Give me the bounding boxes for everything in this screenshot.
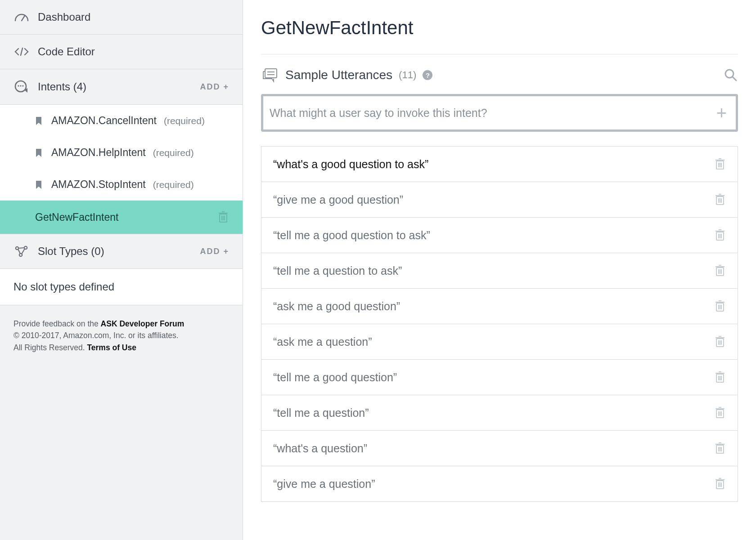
intent-name: AMAZON.CancelIntent xyxy=(51,115,157,127)
bookmark-icon xyxy=(35,148,44,157)
svg-rect-36 xyxy=(265,69,277,78)
delete-utterance-button[interactable] xyxy=(714,264,726,277)
sidebar-section-label: Intents (4) xyxy=(38,80,192,93)
delete-utterance-button[interactable] xyxy=(714,228,726,242)
intent-list: AMAZON.CancelIntent (required)AMAZON.Hel… xyxy=(0,105,243,234)
sidebar-item-code-editor[interactable]: Code Editor xyxy=(0,35,243,69)
svg-point-4 xyxy=(20,85,21,86)
gauge-icon xyxy=(14,12,30,22)
sidebar-item-label: Code Editor xyxy=(38,45,229,58)
sidebar-section-intents[interactable]: Intents (4) ADD + xyxy=(0,69,243,105)
utterance-text: “give me a good question” xyxy=(273,193,403,206)
delete-utterance-button[interactable] xyxy=(714,193,726,206)
utterance-row[interactable]: “tell me a good question” xyxy=(261,360,738,395)
utterance-row[interactable]: “ask me a good question” xyxy=(261,289,738,324)
footer-rights: All Rights Reserved. xyxy=(14,343,87,352)
footer-feedback-text: Provide feedback on the xyxy=(14,319,101,328)
utterance-text: “ask me a question” xyxy=(273,335,372,348)
svg-line-1 xyxy=(21,48,22,55)
utterance-row[interactable]: “ask me a question” xyxy=(261,324,738,360)
slot-types-icon xyxy=(14,245,30,258)
footer-terms-link[interactable]: Terms of Use xyxy=(87,343,136,352)
svg-point-3 xyxy=(18,85,19,86)
sidebar-item-dashboard[interactable]: Dashboard xyxy=(0,0,243,35)
utterance-row[interactable]: “what's a good question to ask” xyxy=(261,147,738,182)
utterance-text: “tell me a good question to ask” xyxy=(273,229,430,242)
intent-row[interactable]: AMAZON.HelpIntent (required) xyxy=(0,137,243,169)
sidebar: Dashboard Code Editor Intents (4) ADD + … xyxy=(0,0,243,540)
utterance-text: “ask me a good question” xyxy=(273,300,400,313)
speech-head-icon xyxy=(14,80,30,94)
sidebar-section-label: Slot Types (0) xyxy=(38,245,192,258)
trash-icon[interactable] xyxy=(217,210,229,224)
chat-lines-icon xyxy=(261,67,279,83)
intent-row[interactable]: AMAZON.CancelIntent (required) xyxy=(0,105,243,137)
delete-utterance-button[interactable] xyxy=(714,406,726,420)
svg-line-40 xyxy=(733,77,736,80)
utterances-heading: Sample Utterances xyxy=(285,68,392,82)
svg-line-34 xyxy=(22,249,25,254)
utterances-section-header: Sample Utterances (11) ? xyxy=(261,67,738,83)
sidebar-section-slot-types[interactable]: Slot Types (0) ADD + xyxy=(0,234,243,269)
slot-types-empty-message: No slot types defined xyxy=(0,269,243,305)
svg-line-35 xyxy=(18,248,24,248)
utterance-text: “tell me a question to ask” xyxy=(273,264,402,277)
sidebar-footer: Provide feedback on the ASK Developer Fo… xyxy=(0,305,243,366)
utterance-row[interactable]: “give me a good question” xyxy=(261,182,738,218)
intent-required-label: (required) xyxy=(153,147,194,158)
svg-line-0 xyxy=(22,16,25,21)
utterance-row[interactable]: “tell me a question to ask” xyxy=(261,253,738,289)
intent-required-label: (required) xyxy=(153,179,194,190)
utterance-text: “tell me a question” xyxy=(273,406,369,420)
utterance-row[interactable]: “what's a question” xyxy=(261,431,738,466)
add-intent-button[interactable]: ADD + xyxy=(200,82,229,92)
svg-line-33 xyxy=(18,249,20,254)
code-icon xyxy=(14,47,30,57)
utterance-row[interactable]: “give me a question” xyxy=(261,466,738,501)
search-icon[interactable] xyxy=(724,68,738,82)
delete-utterance-button[interactable] xyxy=(714,477,726,491)
help-icon[interactable]: ? xyxy=(423,70,432,80)
delete-utterance-button[interactable] xyxy=(714,335,726,348)
utterance-input-container: + xyxy=(261,94,738,132)
delete-utterance-button[interactable] xyxy=(714,299,726,313)
intent-name: AMAZON.HelpIntent xyxy=(51,147,146,159)
utterance-text: “tell me a good question” xyxy=(273,371,397,384)
add-slot-type-button[interactable]: ADD + xyxy=(200,247,229,256)
delete-utterance-button[interactable] xyxy=(714,370,726,384)
sidebar-item-label: Dashboard xyxy=(38,11,229,23)
delete-utterance-button[interactable] xyxy=(714,442,726,455)
bookmark-icon xyxy=(35,180,44,189)
utterance-text: “what's a question” xyxy=(273,442,367,455)
bookmark-icon xyxy=(35,116,44,125)
intent-row[interactable]: AMAZON.StopIntent (required) xyxy=(0,169,243,201)
intent-required-label: (required) xyxy=(164,116,205,126)
footer-copyright: © 2010-2017, Amazon.com, Inc. or its aff… xyxy=(14,330,229,341)
utterance-row[interactable]: “tell me a question” xyxy=(261,395,738,431)
intent-name: GetNewFactIntent xyxy=(35,211,118,223)
main-content: GetNewFactIntent Sample Utterances (11) … xyxy=(243,0,756,540)
new-utterance-input[interactable] xyxy=(270,107,714,120)
utterance-row[interactable]: “tell me a good question to ask” xyxy=(261,218,738,253)
utterance-text: “give me a question” xyxy=(273,478,375,491)
page-title: GetNewFactIntent xyxy=(261,8,738,54)
utterance-text: “what's a good question to ask” xyxy=(273,158,428,171)
intent-row[interactable]: GetNewFactIntent xyxy=(0,201,243,234)
svg-point-5 xyxy=(22,85,23,86)
utterances-count: (11) xyxy=(399,69,416,81)
footer-forum-link[interactable]: ASK Developer Forum xyxy=(101,319,184,328)
utterance-table: “what's a good question to ask”“give me … xyxy=(261,146,738,502)
intent-name: AMAZON.StopIntent xyxy=(51,179,146,191)
add-utterance-button[interactable]: + xyxy=(714,104,729,122)
delete-utterance-button[interactable] xyxy=(714,157,726,171)
